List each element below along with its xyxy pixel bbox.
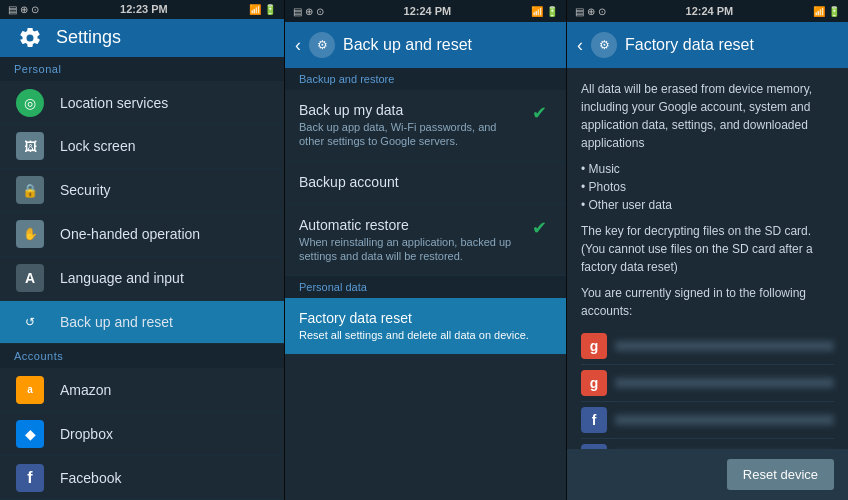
time-2: 12:24 PM xyxy=(404,5,452,17)
menu-item-lock[interactable]: 🖼 Lock screen xyxy=(0,125,284,169)
language-icon: A xyxy=(14,262,46,294)
lock-screen-icon: 🖼 xyxy=(14,130,46,162)
auto-restore-check: ✔ xyxy=(532,217,552,237)
status-icons-left-3: ▤ ⊕ ⊙ xyxy=(575,6,606,17)
menu-item-location[interactable]: ◎ Location services xyxy=(0,81,284,125)
account-email-google-1 xyxy=(615,341,834,351)
sub-header-title-3: Factory data reset xyxy=(625,36,754,54)
settings-panel: ▤ ⊕ ⊙ 12:23 PM 📶 🔋 Settings Personal ◎ L… xyxy=(0,0,285,500)
menu-item-language[interactable]: A Language and input xyxy=(0,257,284,301)
status-bar-1: ▤ ⊕ ⊙ 12:23 PM 📶 🔋 xyxy=(0,0,284,19)
factory-description: All data will be erased from device memo… xyxy=(581,80,834,152)
menu-item-security[interactable]: 🔒 Security xyxy=(0,169,284,213)
reset-button-bar: Reset device xyxy=(567,449,848,500)
backup-data-title: Back up my data xyxy=(299,102,524,118)
facebook-icon: f xyxy=(14,462,46,494)
settings-header-icon xyxy=(14,22,46,54)
setting-auto-restore-text: Automatic restore When reinstalling an a… xyxy=(299,217,524,264)
menu-label-dropbox: Dropbox xyxy=(60,426,113,442)
google-icon-1: g xyxy=(581,333,607,359)
factory-panel-icon: ⚙ xyxy=(591,32,617,58)
factory-reset-title: Factory data reset xyxy=(299,310,552,326)
status-bar-3: ▤ ⊕ ⊙ 12:24 PM 📶 🔋 xyxy=(567,0,848,22)
status-bar-2: ▤ ⊕ ⊙ 12:24 PM 📶 🔋 xyxy=(285,0,566,22)
setting-backup-account-text: Backup account xyxy=(299,174,552,192)
account-row-google-1: g xyxy=(581,328,834,365)
menu-label-security: Security xyxy=(60,182,111,198)
account-email-facebook-1 xyxy=(615,415,834,425)
sub-header-3: ‹ ⚙ Factory data reset xyxy=(567,22,848,68)
menu-label-facebook: Facebook xyxy=(60,470,121,486)
section-personal: Personal xyxy=(0,57,284,81)
menu-label-language: Language and input xyxy=(60,270,184,286)
menu-label-location: Location services xyxy=(60,95,168,111)
menu-item-dropbox[interactable]: ◆ Dropbox xyxy=(0,412,284,456)
app-header-1: Settings xyxy=(0,19,284,58)
app-title-1: Settings xyxy=(56,27,121,48)
status-icons-right-3: 📶 🔋 xyxy=(813,6,840,17)
auto-restore-title: Automatic restore xyxy=(299,217,524,233)
setting-factory-reset-text: Factory data reset Reset all settings an… xyxy=(299,310,552,342)
reset-device-button[interactable]: Reset device xyxy=(727,459,834,490)
menu-item-facebook[interactable]: f Facebook xyxy=(0,456,284,500)
menu-label-amazon: Amazon xyxy=(60,382,111,398)
factory-reset-panel: ▤ ⊕ ⊙ 12:24 PM 📶 🔋 ‹ ⚙ Factory data rese… xyxy=(567,0,848,500)
location-icon: ◎ xyxy=(14,87,46,119)
google-icon-2: g xyxy=(581,370,607,396)
backup-panel-icon: ⚙ xyxy=(309,32,335,58)
subsection-personal-data: Personal data xyxy=(285,276,566,298)
factory-content: All data will be erased from device memo… xyxy=(567,68,848,449)
setting-backup-data[interactable]: Back up my data Back up app data, Wi-Fi … xyxy=(285,90,566,162)
setting-factory-reset[interactable]: Factory data reset Reset all settings an… xyxy=(285,298,566,355)
sub-header-2: ‹ ⚙ Back up and reset xyxy=(285,22,566,68)
factory-bullets: • Music• Photos• Other user data xyxy=(581,160,834,214)
auto-restore-desc: When reinstalling an application, backed… xyxy=(299,235,524,264)
facebook-account-icon-1: f xyxy=(581,407,607,433)
sub-header-title-2: Back up and reset xyxy=(343,36,472,54)
menu-label-lock: Lock screen xyxy=(60,138,135,154)
setting-auto-restore[interactable]: Automatic restore When reinstalling an a… xyxy=(285,205,566,277)
menu-item-amazon[interactable]: a Amazon xyxy=(0,368,284,412)
factory-reset-desc: Reset all settings and delete all data o… xyxy=(299,328,552,342)
status-icons-right: 📶 🔋 xyxy=(249,4,276,15)
account-email-google-2 xyxy=(615,378,834,388)
backup-data-check: ✔ xyxy=(532,102,552,122)
one-hand-icon: ✋ xyxy=(14,218,46,250)
back-button-2[interactable]: ‹ xyxy=(295,35,301,56)
status-icons-right-2: 📶 🔋 xyxy=(531,6,558,17)
backup-icon: ↺ xyxy=(14,306,46,338)
account-row-facebook-1: f xyxy=(581,402,834,439)
menu-item-backup[interactable]: ↺ Back up and reset xyxy=(0,301,284,345)
time-1: 12:23 PM xyxy=(120,3,168,15)
account-row-facebook-2: f xyxy=(581,439,834,449)
back-button-3[interactable]: ‹ xyxy=(577,35,583,56)
backup-data-desc: Back up app data, Wi-Fi passwords, and o… xyxy=(299,120,524,149)
subsection-backup-restore: Backup and restore xyxy=(285,68,566,90)
menu-label-backup: Back up and reset xyxy=(60,314,173,330)
time-3: 12:24 PM xyxy=(686,5,734,17)
menu-item-one-hand[interactable]: ✋ One-handed operation xyxy=(0,213,284,257)
dropbox-icon: ◆ xyxy=(14,418,46,450)
status-icons-left-2: ▤ ⊕ ⊙ xyxy=(293,6,324,17)
backup-reset-panel: ▤ ⊕ ⊙ 12:24 PM 📶 🔋 ‹ ⚙ Back up and reset… xyxy=(285,0,567,500)
section-accounts: Accounts xyxy=(0,344,284,368)
setting-backup-data-text: Back up my data Back up app data, Wi-Fi … xyxy=(299,102,524,149)
menu-label-one-hand: One-handed operation xyxy=(60,226,200,242)
factory-sd-note: The key for decrypting files on the SD c… xyxy=(581,222,834,276)
backup-account-title: Backup account xyxy=(299,174,552,190)
factory-signed-in-note: You are currently signed in to the follo… xyxy=(581,284,834,320)
account-row-google-2: g xyxy=(581,365,834,402)
security-icon: 🔒 xyxy=(14,174,46,206)
status-icons-left: ▤ ⊕ ⊙ xyxy=(8,4,39,15)
setting-backup-account[interactable]: Backup account xyxy=(285,162,566,205)
amazon-icon: a xyxy=(14,374,46,406)
